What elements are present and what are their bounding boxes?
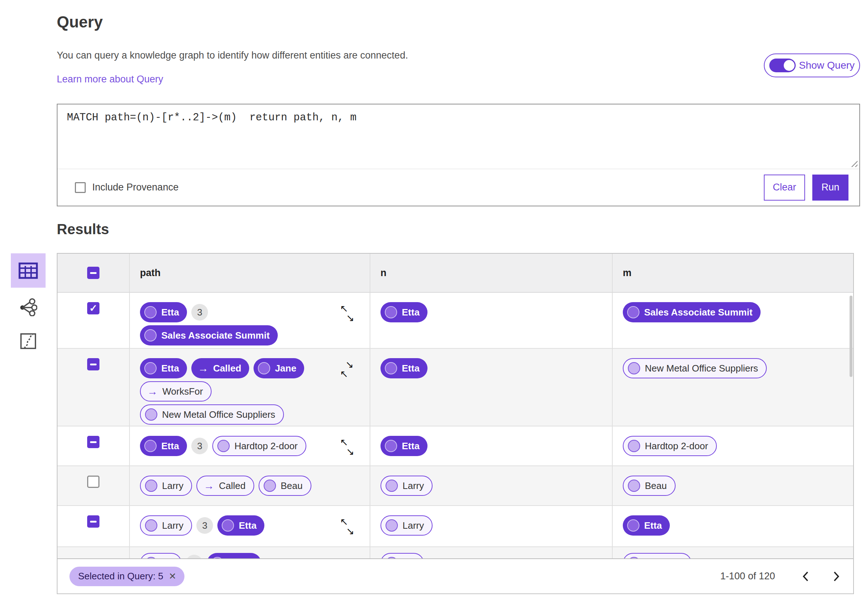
table-row: Larry→CalledBeauLarryBeau [58,466,853,506]
node-pill[interactable]: Etta [623,516,670,535]
resize-grip-icon[interactable] [850,159,857,167]
arrow-icon: → [147,386,158,397]
learn-more-link[interactable]: Learn more about Query [57,74,163,85]
path-cell: Larry3Etta↖↘ [130,506,370,546]
n-cell: Larry [370,506,613,546]
node-pill[interactable]: New Metal Office Suppliers [140,404,284,425]
avatar-circle [144,362,157,374]
m-cell: Hardtop 2-door [613,426,853,465]
node-pill[interactable]: Etta [217,516,264,535]
pill-label: Hardtop 2-door [234,441,298,452]
include-provenance-label: Include Provenance [92,182,179,193]
node-pill[interactable] [381,553,424,558]
pill-label: Etta [239,520,257,531]
node-pill[interactable]: Hardtop 2-door [212,436,306,456]
pill-label: Called [219,480,246,491]
select-all-checkbox[interactable] [87,267,99,279]
node-pill[interactable]: Beau [623,476,675,496]
view-table-button[interactable] [11,253,46,288]
node-pill[interactable]: Etta [381,358,428,378]
chevron-right-icon [833,570,840,582]
row-checkbox-cell [58,466,130,505]
view-map-button[interactable] [17,331,39,351]
pill-label: Called [213,363,241,374]
avatar-circle [385,440,397,452]
node-pill[interactable]: New Metal Office Suppliers [623,358,767,378]
row-checkbox[interactable] [87,436,99,448]
path-line: Larry→CalledBeau [140,476,361,496]
next-page-button[interactable] [828,569,845,584]
column-header-path[interactable]: path [130,254,370,292]
node-pill[interactable]: Larry [381,516,432,535]
prev-page-button[interactable] [798,569,813,584]
node-pill[interactable]: Etta [140,302,187,322]
node-pill[interactable]: Larry [140,476,192,496]
avatar-circle [222,519,234,532]
path-line: Larry3Etta [140,516,361,535]
selected-chip[interactable]: Selected in Query: 5 ✕ [69,567,185,586]
pill-label: Hardtop 2-door [645,441,708,452]
run-button[interactable]: Run [812,175,848,201]
node-pill[interactable]: Sales Associate Summit [140,325,278,345]
avatar-circle [627,519,639,532]
pill-label: Etta [402,307,420,318]
table-footer: Selected in Query: 5 ✕ 1-100 of 120 [58,558,853,593]
m-cell: Etta [613,506,853,546]
node-pill[interactable] [207,553,261,558]
avatar-circle [258,362,270,374]
node-pill[interactable]: Sales Associate Summit [623,302,761,322]
toggle-knob [782,59,796,72]
relationship-pill[interactable]: →WorksFor [140,381,212,401]
n-cell: Larry [370,466,613,505]
row-checkbox[interactable] [87,358,99,371]
node-pill[interactable]: Jane [254,358,304,378]
row-checkbox[interactable] [87,476,99,488]
include-provenance-checkbox[interactable] [75,182,86,193]
clear-button[interactable]: Clear [764,175,805,201]
expand-icon[interactable]: ↖↘ [340,304,356,324]
relationship-pill[interactable]: →Called [191,358,249,378]
editor-toolbar: Include Provenance Clear Run [58,169,859,206]
view-graph-button[interactable] [17,297,39,317]
node-pill[interactable]: Etta [140,436,187,456]
node-pill[interactable]: Etta [381,436,428,456]
query-textarea[interactable]: MATCH path=(n)-[r*..2]->(m) return path,… [58,104,859,169]
row-checkbox[interactable] [87,516,99,528]
m-cell: Beau [613,466,853,505]
avatar-circle [264,480,276,492]
node-pill[interactable]: Hardtop 2-door [623,436,717,456]
pill-label: Etta [402,363,420,374]
node-pill[interactable]: Larry [381,476,432,496]
toggle-switch-icon[interactable] [769,58,795,72]
relationship-pill[interactable]: →Called [196,476,254,496]
avatar-circle [385,557,398,558]
pill-label: Etta [161,363,179,374]
node-pill[interactable] [140,553,182,558]
avatar-circle [385,480,398,492]
n-cell [370,547,613,558]
node-pill[interactable]: Beau [258,476,312,496]
node-pill[interactable]: Etta [140,358,187,378]
expand-icon[interactable]: ↘↖ [340,360,356,380]
expand-icon[interactable]: ↖↘ [340,437,356,458]
column-header-m[interactable]: m [613,254,853,292]
node-pill[interactable] [623,553,692,558]
pill-label: Etta [402,441,420,452]
avatar-circle [144,329,157,342]
expand-icon[interactable]: ↖↘ [340,517,356,537]
avatar-circle [628,362,640,374]
column-header-n[interactable]: n [370,254,613,292]
show-query-toggle[interactable]: Show Query [764,53,860,77]
pill-label: Etta [161,441,179,452]
node-pill[interactable]: Larry [140,516,192,535]
row-checkbox[interactable] [87,302,99,314]
pill-label: Larry [162,480,183,491]
chip-close-icon[interactable]: ✕ [169,571,176,581]
scrollbar-thumb[interactable] [850,296,853,377]
path-line: Etta3Hardtop 2-door [140,436,361,456]
table-header: path n m [58,254,853,293]
path-cell: Larry→CalledBeau [130,466,370,505]
results-table: path n m Etta3Sales Associate Summit↖↘Et… [57,253,854,594]
path-line: →WorksFor [140,381,361,401]
node-pill[interactable]: Etta [381,302,428,322]
